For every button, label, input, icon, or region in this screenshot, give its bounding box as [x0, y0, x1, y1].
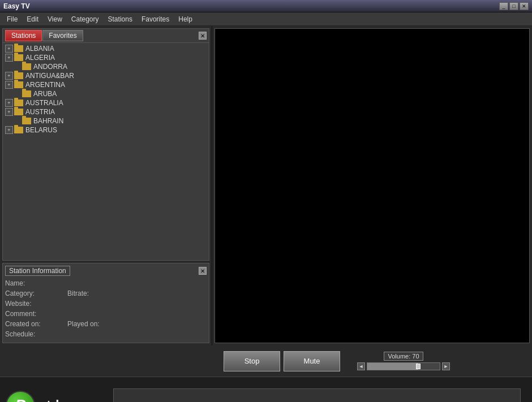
tree-label: ANDORRA — [33, 63, 67, 71]
expand-icon[interactable]: + — [5, 126, 13, 134]
folder-icon — [14, 100, 23, 106]
main-content: Stations Favorites ✕ + ALBANIA + ALGERIA — [0, 26, 532, 345]
expand-icon[interactable]: + — [5, 81, 13, 89]
volume-slider-container: ◄ ► — [357, 362, 450, 370]
folder-icon — [14, 45, 23, 52]
tree-label: AUSTRALIA — [25, 99, 63, 107]
info-close-button[interactable]: ✕ — [199, 267, 207, 275]
stations-panel: Stations Favorites ✕ + ALBANIA + ALGERIA — [2, 28, 209, 261]
info-comment-row: Comment: — [5, 310, 207, 318]
folder-icon — [14, 109, 23, 115]
tree-label: ARGENTINA — [25, 81, 65, 89]
station-info-panel: Station Information ✕ Name: Category: Bi… — [2, 263, 209, 343]
info-category-label: Category: — [5, 289, 50, 297]
volume-increase-button[interactable]: ► — [442, 362, 450, 370]
close-button[interactable]: ✕ — [520, 2, 529, 10]
menu-edit[interactable]: Edit — [22, 14, 43, 24]
volume-decrease-button[interactable]: ◄ — [357, 362, 365, 370]
playback-buttons: Stop Mute — [224, 351, 340, 371]
logo: P rotd.com — [6, 391, 91, 403]
menu-category[interactable]: Category — [67, 14, 104, 24]
stations-close-button[interactable]: ✕ — [199, 32, 207, 40]
logo-text: rotd.com — [33, 397, 91, 403]
tab-favorites[interactable]: Favorites — [42, 30, 83, 41]
expand-icon[interactable]: + — [5, 108, 13, 116]
folder-icon — [14, 127, 23, 133]
folder-icon — [22, 63, 31, 70]
tree-label: BELARUS — [25, 126, 57, 134]
list-item[interactable]: + AUSTRIA — [3, 107, 209, 116]
volume-label: Volume: 70 — [384, 352, 423, 361]
tabs-container: Stations Favorites — [5, 30, 83, 41]
expand-icon[interactable]: + — [5, 99, 13, 107]
info-website-label: Website: — [5, 300, 50, 308]
playback-controls: Stop Mute Volume: 70 ◄ ► — [0, 345, 532, 377]
tree-label: ANTIGUA&BAR — [25, 72, 74, 80]
expand-icon[interactable]: + — [5, 72, 13, 80]
logo-circle: P — [6, 391, 35, 403]
volume-track[interactable] — [367, 362, 440, 370]
info-bitrate-label: Bitrate: — [67, 289, 113, 297]
info-website-row: Website: — [5, 300, 207, 308]
list-item[interactable]: + ALBANIA — [3, 44, 209, 53]
window-title: Easy TV — [3, 2, 30, 10]
folder-icon — [14, 81, 23, 88]
list-item[interactable]: + BELARUS — [3, 126, 209, 135]
info-name-row: Name: — [5, 279, 207, 287]
tree-label: ALBANIA — [25, 45, 54, 53]
info-played-label: Played on: — [67, 320, 113, 328]
tree-label: ARUBA — [33, 90, 57, 98]
stop-button[interactable]: Stop — [224, 351, 280, 371]
list-item[interactable]: BAHRAIN — [3, 116, 209, 126]
expand-icon[interactable]: + — [5, 45, 13, 53]
folder-icon — [14, 54, 23, 61]
menu-help[interactable]: Help — [174, 14, 197, 24]
station-info-title: Station Information — [5, 266, 70, 276]
title-bar: Easy TV _ □ ✕ — [0, 0, 532, 12]
info-name-label: Name: — [5, 279, 50, 287]
list-item[interactable]: + AUSTRALIA — [3, 98, 209, 107]
list-item[interactable]: + ANTIGUA&BAR — [3, 71, 209, 80]
tree-label: AUSTRIA — [25, 108, 55, 116]
info-created-row: Created on: Played on: — [5, 320, 207, 328]
info-schedule-row: Schedule: — [5, 330, 207, 338]
info-created-label: Created on: — [5, 320, 50, 328]
maximize-button[interactable]: □ — [509, 2, 518, 10]
footer: P rotd.com Status: Ready — [0, 377, 532, 402]
volume-thumb — [416, 364, 421, 369]
folder-icon — [22, 118, 31, 124]
video-panel — [212, 26, 532, 345]
title-bar-controls: _ □ ✕ — [499, 2, 529, 10]
list-item[interactable]: ANDORRA — [3, 62, 209, 71]
mute-button[interactable]: Mute — [284, 351, 340, 371]
video-display — [214, 28, 530, 343]
info-panel-header: Station Information ✕ — [5, 266, 207, 276]
logo-p-char: P — [15, 396, 26, 403]
menu-stations[interactable]: Stations — [104, 14, 137, 24]
folder-icon — [22, 90, 31, 97]
list-item[interactable]: + ARGENTINA — [3, 80, 209, 89]
tree-label: BAHRAIN — [33, 117, 63, 125]
stations-header: Stations Favorites ✕ — [3, 29, 209, 43]
tab-stations[interactable]: Stations — [5, 30, 42, 41]
info-comment-label: Comment: — [5, 310, 50, 318]
menu-bar: File Edit View Category Stations Favorit… — [0, 12, 532, 26]
menu-file[interactable]: File — [2, 14, 22, 24]
info-category-row: Category: Bitrate: — [5, 289, 207, 297]
tree-label: ALGERIA — [25, 54, 55, 62]
volume-fill — [367, 363, 418, 370]
info-schedule-label: Schedule: — [5, 330, 50, 338]
minimize-button[interactable]: _ — [499, 2, 508, 10]
expand-icon[interactable]: + — [5, 54, 13, 62]
folder-icon — [14, 72, 23, 79]
left-panel: Stations Favorites ✕ + ALBANIA + ALGERIA — [0, 26, 212, 345]
menu-view[interactable]: View — [43, 14, 67, 24]
volume-control: Volume: 70 ◄ ► — [357, 352, 450, 370]
list-item[interactable]: + ALGERIA — [3, 53, 209, 62]
list-item[interactable]: ARUBA — [3, 89, 209, 98]
logo-area: P rotd.com — [6, 391, 108, 403]
menu-favorites[interactable]: Favorites — [137, 14, 174, 24]
marquee-display — [113, 388, 521, 403]
stations-tree[interactable]: + ALBANIA + ALGERIA ANDORRA — [3, 43, 209, 260]
